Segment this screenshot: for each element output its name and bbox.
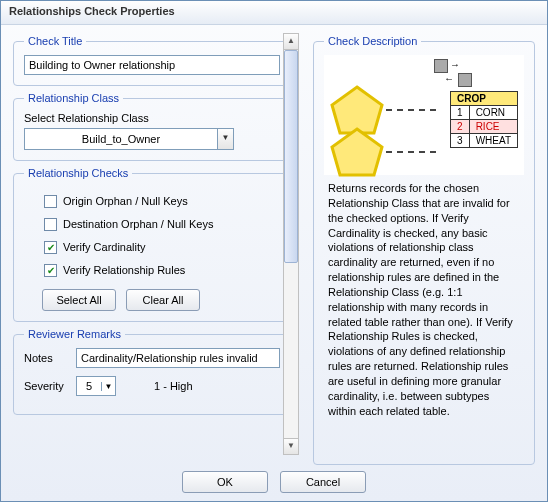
checkbox-icon[interactable] — [44, 218, 57, 231]
notes-label: Notes — [24, 352, 68, 364]
left-column: Check Title Relationship Class Select Re… — [7, 29, 297, 459]
vertical-scrollbar[interactable]: ▲ ▼ — [283, 33, 299, 455]
check-origin-orphan[interactable]: Origin Orphan / Null Keys — [44, 192, 280, 210]
dialog-footer: OK Cancel — [1, 471, 547, 493]
check-description-group: Check Description → ← CROP — [313, 35, 535, 465]
check-title-legend: Check Title — [24, 35, 86, 47]
severity-value: 5 — [77, 380, 101, 392]
scroll-up-icon[interactable]: ▲ — [284, 34, 298, 50]
check-verify-rules[interactable]: ✔ Verify Relationship Rules — [44, 261, 280, 279]
table-row: 2 RICE — [451, 120, 518, 134]
check-label: Verify Relationship Rules — [63, 264, 185, 276]
description-text: Returns records for the chosen Relations… — [324, 181, 524, 419]
notes-input[interactable] — [76, 348, 280, 368]
severity-legend: 1 - High — [154, 380, 193, 392]
reviewer-remarks-legend: Reviewer Remarks — [24, 328, 125, 340]
connector-line — [386, 151, 436, 153]
check-description-legend: Check Description — [324, 35, 421, 47]
right-column: Check Description → ← CROP — [297, 29, 541, 459]
check-title-input[interactable] — [24, 55, 280, 75]
node-icon — [458, 73, 472, 87]
diagram-table: CROP 1 CORN 2 RICE 3 WHEAT — [450, 91, 518, 148]
checkbox-checked-icon[interactable]: ✔ — [44, 241, 57, 254]
pentagon-icon — [330, 127, 384, 177]
scroll-down-icon[interactable]: ▼ — [284, 438, 298, 454]
title-bar: Relationships Check Properties — [1, 1, 547, 25]
checkbox-checked-icon[interactable]: ✔ — [44, 264, 57, 277]
node-icon — [434, 59, 448, 73]
chevron-down-icon[interactable]: ▼ — [101, 382, 115, 391]
ok-button[interactable]: OK — [182, 471, 268, 493]
scroll-thumb[interactable] — [284, 50, 298, 263]
check-label: Destination Orphan / Null Keys — [63, 218, 213, 230]
content-area: Check Title Relationship Class Select Re… — [7, 29, 541, 459]
check-title-group: Check Title — [13, 35, 291, 86]
dialog-window: Relationships Check Properties Check Tit… — [0, 0, 548, 502]
severity-select[interactable]: 5 ▼ — [76, 376, 116, 396]
svg-marker-1 — [332, 129, 382, 175]
relationship-checks-group: Relationship Checks Origin Orphan / Null… — [13, 167, 291, 322]
table-row: 3 WHEAT — [451, 134, 518, 148]
cancel-button[interactable]: Cancel — [280, 471, 366, 493]
arrow-left-icon: ← — [444, 73, 454, 84]
relationship-class-dropdown[interactable]: Build_to_Owner ▼ — [24, 128, 234, 150]
window-title: Relationships Check Properties — [9, 5, 175, 17]
check-label: Origin Orphan / Null Keys — [63, 195, 188, 207]
clear-all-button[interactable]: Clear All — [126, 289, 200, 311]
description-diagram: → ← CROP 1 CORN — [324, 55, 524, 175]
relationship-class-group: Relationship Class Select Relationship C… — [13, 92, 291, 161]
connector-line — [386, 109, 436, 111]
checkbox-icon[interactable] — [44, 195, 57, 208]
relationship-class-value: Build_to_Owner — [25, 133, 217, 145]
table-row: 1 CORN — [451, 106, 518, 120]
relationship-checks-legend: Relationship Checks — [24, 167, 132, 179]
chevron-down-icon[interactable]: ▼ — [217, 129, 233, 149]
select-all-button[interactable]: Select All — [42, 289, 116, 311]
severity-label: Severity — [24, 380, 68, 392]
relationship-class-legend: Relationship Class — [24, 92, 123, 104]
check-label: Verify Cardinality — [63, 241, 146, 253]
diagram-table-header: CROP — [451, 92, 518, 106]
arrow-right-icon: → — [450, 59, 460, 70]
reviewer-remarks-group: Reviewer Remarks Notes Severity 5 ▼ 1 - … — [13, 328, 291, 415]
check-verify-cardinality[interactable]: ✔ Verify Cardinality — [44, 238, 280, 256]
relationship-class-label: Select Relationship Class — [24, 112, 280, 124]
scroll-track[interactable] — [284, 50, 298, 438]
check-destination-orphan[interactable]: Destination Orphan / Null Keys — [44, 215, 280, 233]
